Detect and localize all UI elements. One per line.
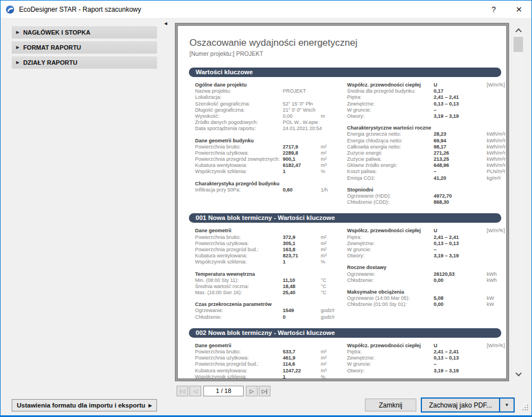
report-row-label: Powierzchnia brutto:: [195, 234, 283, 241]
report-row-value: 24.01.2021 20:54: [283, 126, 321, 132]
report-row-unit: kWh/m²r: [487, 144, 507, 150]
save-pdf-button[interactable]: Zachowaj jako PDF...: [422, 399, 499, 411]
report-group-header: Charakterystyka przegród budynku: [195, 181, 347, 187]
report-row: Zużycie paliwa:213,25kWh/m²r: [347, 156, 507, 162]
previous-page-button[interactable]: ◁: [189, 386, 201, 396]
report-row-value: 2717,9: [283, 144, 321, 150]
report-row: Powierzchnia brutto:533,7m²: [195, 349, 347, 355]
report-row-value: 0,13 – 0,13: [434, 101, 487, 107]
report-column: Współcz. przewodności ciepłejU[W/m²K]Śre…: [347, 82, 507, 211]
report-row-label: Chłodzenie:: [347, 277, 434, 284]
report-row-label: Kubatura wentylowana:: [195, 368, 283, 374]
report-row: Średnia wartość roczna:18,48°C: [195, 284, 347, 290]
report-group-title: Dane geometrii: [195, 343, 283, 349]
report-row-unit: [487, 94, 507, 100]
page-number-field[interactable]: 1 / 18: [203, 386, 244, 396]
scroll-up-icon[interactable]: [512, 26, 524, 35]
report-row-label: Min. (08:00 Sty 11):: [195, 277, 283, 284]
report-row-value: 18,48: [283, 284, 321, 290]
report-header-unit: [321, 228, 347, 234]
report-row-label: Główne źródło energii:: [347, 162, 434, 169]
report-row-value: 0,17: [434, 88, 487, 94]
report-row-unit: [487, 88, 507, 94]
report-group-title: Dane geometrii: [195, 228, 283, 234]
report-row-label: Średnia wartość roczna:: [195, 284, 283, 290]
report-row-label: Lokalizacja:: [195, 94, 283, 100]
report-row-unit: m²: [321, 156, 347, 162]
report-group: Temperatura wewnętrznaMin. (08:00 Sty 11…: [195, 271, 347, 296]
report-group: Maksymalne obciążeniaOgrzewanie (14:00 M…: [347, 289, 507, 308]
scrollbar-thumb[interactable]: [514, 37, 523, 52]
report-row-unit: [487, 193, 507, 199]
report-row: Piętra:2,41 – 2,41: [347, 349, 507, 355]
close-window-button[interactable]: ✕: [506, 1, 531, 18]
report-row-label: Max. (16:00 Sier 16):: [195, 290, 283, 296]
report-row-label: Zużycie energii:: [347, 150, 434, 156]
report-row-unit: %: [321, 259, 347, 265]
report-group: StopniodniOgrzewanie (HDD):4972,70Chłodz…: [347, 187, 507, 206]
report-row: Ogrzewanie:26120,53kWh: [347, 271, 507, 277]
report-row-unit: m²: [321, 144, 347, 150]
report-row-label: Energia grzewcza netto:: [347, 131, 434, 137]
report-section-header: 002 Nowa blok termiczny - Wartości klucz…: [189, 328, 501, 338]
report-row-unit: °C: [321, 284, 347, 290]
report-row-unit: kWh/m²r: [487, 162, 507, 169]
sidebar-item-report-sections[interactable]: ▶ DZIAŁY RAPORTU: [12, 56, 157, 69]
report-group: Dane geometriiPowierzchnia brutto:372,9m…: [195, 228, 347, 265]
report-row-label: Infiltracja przy 50Pa:: [195, 187, 283, 193]
report-section-header: Wartości kluczowe: [189, 68, 501, 77]
report-row-unit: godz/r: [321, 308, 347, 314]
report-row: Powierzchnia brutto:2717,9m²: [195, 144, 347, 150]
report-group: Dane geometriiPowierzchnia brutto:533,7m…: [195, 343, 347, 379]
report-row-label: Powierzchnia przegród zewnętrznych:: [195, 156, 283, 162]
report-row-label: W gruncie:: [347, 247, 434, 253]
report-group: Roczne dostawyOgrzewanie:26120,53kWhChło…: [347, 265, 507, 284]
report-section-body: Dane geometriiPowierzchnia brutto:533,7m…: [178, 338, 506, 379]
report-row-unit: m³: [321, 368, 347, 374]
last-page-button[interactable]: ▷|: [259, 386, 270, 396]
report-row: Zewnętrzne:0,13 – 0,13: [347, 241, 507, 247]
report-section-body: Ogólne dane projektuNazwa projektu:PROJE…: [178, 77, 506, 213]
preview-scrollbar[interactable]: [512, 26, 524, 378]
report-row: Lokalizacja:: [195, 94, 347, 100]
report-row-unit: [487, 113, 507, 119]
report-row-label: Powierzchnia przegród bud.:: [195, 247, 283, 253]
panel-collapse-icon[interactable]: ◄: [163, 21, 168, 26]
report-row-label: Ogrzewanie:: [195, 308, 283, 314]
next-page-button[interactable]: ▷: [246, 386, 258, 396]
report-header-value: [283, 82, 321, 88]
report-row: Powierzchnia przegród bud.:163,8m²: [195, 247, 347, 253]
sidebar-item-header-footer[interactable]: ▶ NAGŁÓWEK I STOPKA: [12, 26, 157, 39]
report-row-value: PROJEKT: [283, 88, 321, 94]
dialog-window: EcoDesigner STAR - Raport szacunkowy ? ✕…: [0, 0, 532, 417]
sidebar-item-report-format[interactable]: ▶ FORMAT RAPORTU: [12, 41, 157, 54]
report-row-label: Piętra:: [347, 94, 434, 100]
report-row-unit: [321, 107, 347, 113]
scroll-down-icon[interactable]: [512, 369, 524, 378]
first-page-button[interactable]: |◁: [177, 386, 188, 396]
report-header-value: [283, 301, 321, 308]
report-row-value: 0: [283, 314, 321, 320]
report-subtitle: [Numer projektu:] PROJEKT: [189, 50, 506, 57]
report-row-unit: kWh/m²r: [487, 156, 507, 162]
report-row-unit: m²: [321, 241, 347, 247]
report-row-label: Kubatura wentylowana:: [195, 253, 283, 259]
report-sections: Wartości kluczoweOgólne dane projektuNaz…: [178, 68, 506, 379]
report-header-unit: [487, 125, 507, 131]
report-row-label: Powierzchnia użytkowa:: [195, 355, 283, 361]
close-dialog-button[interactable]: Zamknij: [365, 399, 416, 411]
report-row: Ogrzewanie:1549godz/r: [195, 308, 347, 314]
report-header-value: U: [434, 343, 487, 349]
report-row-value: 0,13 – 0,13: [434, 355, 487, 361]
format-settings-button[interactable]: Ustawienia formatu dla importu i eksport…: [12, 399, 157, 411]
report-group-title: Charakterystyczne wartości roczne: [347, 125, 434, 131]
resize-grip[interactable]: [522, 409, 524, 410]
report-row: Piętra:2,41 – 2,41: [347, 234, 507, 241]
help-button[interactable]: ?: [481, 1, 506, 18]
report-row-label: Całkowita energia netto:: [347, 144, 434, 150]
report-row-label: Data sporządzenia raportu:: [195, 126, 283, 132]
report-row-value: 98,17: [434, 144, 487, 150]
report-row-unit: m²: [321, 349, 347, 355]
save-pdf-dropdown-button[interactable]: ▼: [500, 399, 514, 411]
report-group: Ogólne dane projektuNazwa projektu:PROJE…: [195, 82, 347, 132]
